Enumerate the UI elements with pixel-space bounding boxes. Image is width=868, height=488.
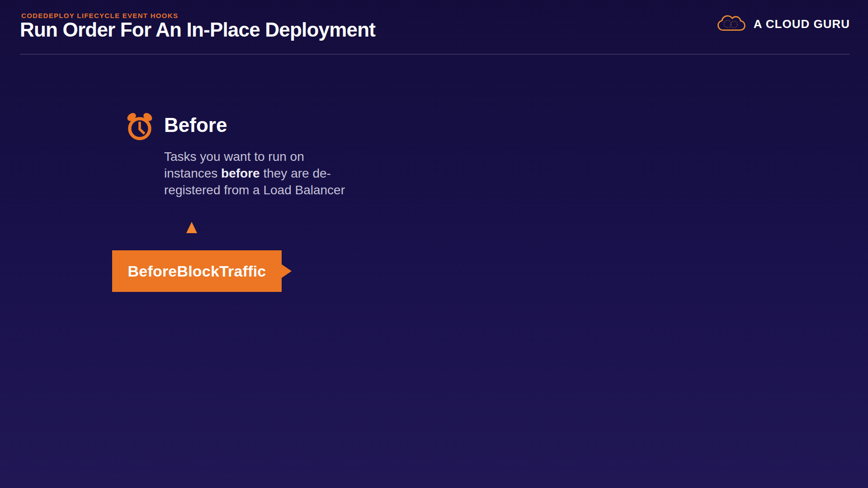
- event-banner-label: BeforeBlockTraffic: [128, 263, 266, 280]
- before-heading: Before: [164, 115, 227, 135]
- triangle-up-icon: [186, 222, 197, 233]
- before-description: Tasks you want to run on instances befor…: [164, 148, 359, 198]
- acg-brand: A CLOUD GURU: [717, 14, 850, 33]
- brand-name: A CLOUD GURU: [754, 17, 850, 31]
- event-banner: BeforeBlockTraffic: [112, 250, 282, 292]
- alarm-clock-icon: [125, 111, 155, 142]
- description-bold-word: before: [221, 166, 260, 180]
- header-divider: [20, 54, 850, 55]
- slide: CODEDEPLOY LIFECYCLE EVENT HOOKS Run Ord…: [0, 0, 868, 488]
- slide-title: Run Order For An In-Place Deployment: [20, 19, 375, 41]
- cloud-icon: [717, 14, 746, 33]
